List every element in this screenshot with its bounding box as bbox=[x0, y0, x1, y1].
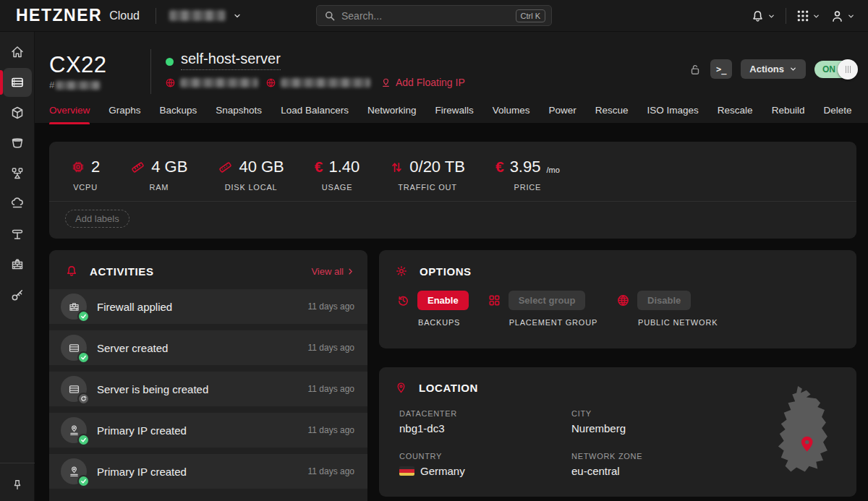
sidebar-item-firewalls[interactable] bbox=[3, 250, 32, 279]
server-id-redacted bbox=[56, 81, 101, 90]
globe-icon bbox=[616, 294, 630, 307]
stat-label: USAGE bbox=[322, 183, 353, 192]
power-toggle-knob[interactable] bbox=[838, 59, 858, 80]
apps-menu[interactable] bbox=[796, 9, 820, 22]
sidebar-item-floating-ips[interactable] bbox=[3, 189, 32, 218]
disable-public-network-button: Disable bbox=[637, 291, 691, 310]
activity-avatar bbox=[61, 417, 87, 443]
bucket-icon bbox=[10, 136, 25, 150]
tab-delete[interactable]: Delete bbox=[823, 105, 851, 124]
add-labels-button[interactable]: Add labels bbox=[65, 210, 129, 228]
cloud-wordmark: Cloud bbox=[109, 9, 140, 22]
server-id-prefix: # bbox=[49, 80, 54, 90]
activity-time: 11 days ago bbox=[308, 425, 355, 435]
notifications-menu[interactable] bbox=[751, 9, 775, 23]
sidebar-item-storage-boxes[interactable] bbox=[3, 129, 32, 158]
tab-rescue[interactable]: Rescue bbox=[595, 105, 629, 124]
tab-rescale[interactable]: Rescale bbox=[718, 105, 753, 124]
activity-row[interactable]: Primary IP created 11 days ago bbox=[49, 413, 367, 448]
tab-graphs[interactable]: Graphs bbox=[109, 105, 140, 124]
firewall-icon bbox=[68, 301, 80, 313]
activity-avatar bbox=[61, 458, 87, 484]
pending-spinner-icon bbox=[77, 393, 90, 405]
actions-label: Actions bbox=[749, 64, 784, 74]
option-placement-group: Select group PLACEMENT GROUP bbox=[488, 291, 597, 327]
sidebar-divider bbox=[0, 463, 35, 463]
cube-icon bbox=[10, 106, 25, 120]
options-title: OPTIONS bbox=[420, 265, 472, 278]
chevron-down-icon bbox=[789, 65, 797, 73]
activity-row[interactable]: Server created 11 days ago bbox=[49, 330, 367, 365]
tab-overview[interactable]: Overview bbox=[49, 105, 90, 124]
tab-iso-images[interactable]: ISO Images bbox=[647, 105, 699, 124]
stat-vcpu: 2 VCPU bbox=[71, 158, 100, 192]
search-bar[interactable]: Ctrl K bbox=[316, 5, 552, 26]
ipv6-redacted bbox=[281, 78, 370, 87]
stats-row: 2 VCPU 4 GB RAM 40 GB DISK LO bbox=[49, 142, 856, 192]
lock-button[interactable] bbox=[689, 63, 702, 76]
topbar-actions bbox=[751, 0, 855, 32]
activity-row[interactable]: Firewall applied 11 days ago bbox=[49, 289, 367, 324]
tab-networking[interactable]: Networking bbox=[367, 105, 417, 124]
sidebar-item-networks[interactable] bbox=[3, 220, 32, 249]
activity-avatar bbox=[61, 294, 87, 320]
header-controls: >_ Actions ON bbox=[689, 59, 856, 79]
euro-icon: € bbox=[495, 158, 504, 176]
globe-icon bbox=[165, 77, 176, 88]
option-label: BACKUPS bbox=[418, 318, 469, 327]
sidebar-item-pin[interactable] bbox=[3, 471, 32, 500]
activity-title: Server created bbox=[97, 342, 168, 354]
tab-volumes[interactable]: Volumes bbox=[493, 105, 530, 124]
germany-flag-icon bbox=[399, 466, 414, 476]
tab-firewalls[interactable]: Firewalls bbox=[435, 105, 473, 124]
power-toggle[interactable]: ON bbox=[814, 61, 856, 78]
success-check-icon bbox=[77, 475, 90, 487]
actions-button[interactable]: Actions bbox=[741, 59, 806, 79]
activity-avatar bbox=[61, 335, 87, 361]
console-button[interactable]: >_ bbox=[710, 59, 732, 79]
network-icon bbox=[10, 227, 25, 241]
hetzner-logo: HETZNER bbox=[16, 6, 102, 25]
sidebar-item-servers[interactable] bbox=[3, 68, 32, 97]
activity-time: 11 days ago bbox=[308, 343, 355, 353]
option-backups: Enable BACKUPS bbox=[396, 291, 469, 327]
stat-value: 3.95 bbox=[510, 158, 541, 176]
sidebar-item-home[interactable] bbox=[3, 38, 32, 67]
tab-power[interactable]: Power bbox=[549, 105, 576, 124]
tab-rebuild[interactable]: Rebuild bbox=[772, 105, 805, 124]
activities-panel: ACTIVITIES View all Firewall applied 11 … bbox=[49, 250, 367, 501]
chevron-down-icon bbox=[847, 12, 855, 20]
search-input[interactable] bbox=[341, 10, 516, 22]
enable-backups-button[interactable]: Enable bbox=[417, 291, 469, 310]
add-floating-ip-link[interactable]: Add Floating IP bbox=[380, 77, 465, 88]
select-placement-group-button: Select group bbox=[509, 291, 586, 310]
hetzner-cloud-console: HETZNER Cloud Ctrl K bbox=[0, 0, 868, 501]
field-label: CITY bbox=[571, 409, 745, 418]
location-field-network-zone: NETWORK ZONE eu-central bbox=[571, 452, 745, 477]
activity-row[interactable]: Primary IP created 11 days ago bbox=[49, 454, 367, 489]
search-icon bbox=[324, 10, 336, 22]
project-selector[interactable] bbox=[169, 10, 242, 21]
chevron-down-icon bbox=[233, 12, 242, 20]
server-name[interactable]: self-host-server bbox=[181, 51, 281, 70]
disk-icon bbox=[218, 160, 233, 175]
sidebar-item-load-balancers[interactable] bbox=[3, 159, 32, 188]
floating-ip-icon bbox=[10, 197, 25, 211]
server-icon bbox=[68, 383, 80, 395]
server-id: # bbox=[49, 80, 101, 90]
view-all-link[interactable]: View all bbox=[311, 266, 354, 277]
sidebar-item-security[interactable] bbox=[3, 281, 32, 309]
tab-backups[interactable]: Backups bbox=[160, 105, 197, 124]
server-tabs: Overview Graphs Backups Snapshots Load B… bbox=[49, 98, 851, 123]
tab-load-balancers[interactable]: Load Balancers bbox=[281, 105, 349, 124]
stats-divider bbox=[49, 201, 856, 202]
placement-grid-icon bbox=[488, 294, 501, 307]
stat-value: 40 GB bbox=[239, 158, 284, 176]
grid-apps-icon bbox=[796, 9, 809, 22]
tab-snapshots[interactable]: Snapshots bbox=[216, 105, 262, 124]
account-menu[interactable] bbox=[830, 9, 855, 23]
sidebar-item-images[interactable] bbox=[3, 98, 32, 127]
key-icon bbox=[10, 288, 25, 302]
activity-row[interactable]: Server is being created 11 days ago bbox=[49, 372, 367, 406]
stat-ram: 4 GB RAM bbox=[130, 158, 187, 192]
